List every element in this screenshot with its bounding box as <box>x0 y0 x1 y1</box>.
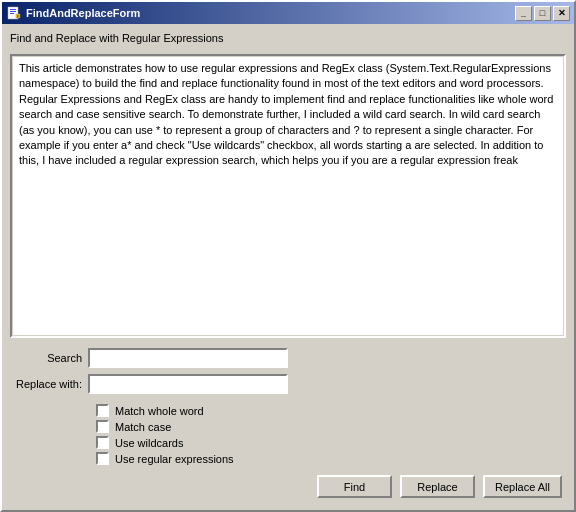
title-bar: F FindAndReplaceForm _ □ ✕ <box>2 2 574 24</box>
content-area: Find and Replace with Regular Expression… <box>2 24 574 510</box>
checkbox-match-case-box[interactable] <box>96 420 109 433</box>
text-display-area <box>10 54 566 338</box>
section-title: Find and Replace with Regular Expression… <box>10 32 566 44</box>
checkbox-match-whole-word-box[interactable] <box>96 404 109 417</box>
close-button[interactable]: ✕ <box>553 6 570 21</box>
replace-button[interactable]: Replace <box>400 475 475 498</box>
replace-input[interactable] <box>88 374 288 394</box>
controls-section: Search Replace with: Match whole word Ma… <box>10 344 566 502</box>
checkbox-match-whole-word[interactable]: Match whole word <box>96 404 566 417</box>
checkbox-use-wildcards[interactable]: Use wildcards <box>96 436 566 449</box>
buttons-row: Find Replace Replace All <box>10 469 566 502</box>
checkbox-use-regex-label: Use regular expressions <box>115 453 234 465</box>
replace-label: Replace with: <box>10 378 82 390</box>
search-row: Search <box>10 348 566 368</box>
form-icon: F <box>6 5 22 21</box>
text-editor[interactable] <box>12 56 564 336</box>
checkbox-use-wildcards-label: Use wildcards <box>115 437 183 449</box>
checkbox-match-case[interactable]: Match case <box>96 420 566 433</box>
search-label: Search <box>10 352 82 364</box>
window-title: FindAndReplaceForm <box>26 7 140 19</box>
replace-all-button[interactable]: Replace All <box>483 475 562 498</box>
maximize-button[interactable]: □ <box>534 6 551 21</box>
replace-row: Replace with: <box>10 374 566 394</box>
title-buttons: _ □ ✕ <box>515 6 570 21</box>
svg-rect-1 <box>10 9 16 10</box>
minimize-button[interactable]: _ <box>515 6 532 21</box>
checkboxes-section: Match whole word Match case Use wildcard… <box>10 404 566 465</box>
title-bar-left: F FindAndReplaceForm <box>6 5 140 21</box>
checkbox-use-regex-box[interactable] <box>96 452 109 465</box>
search-input[interactable] <box>88 348 288 368</box>
svg-rect-3 <box>10 13 14 14</box>
checkbox-match-case-label: Match case <box>115 421 171 433</box>
checkbox-match-whole-word-label: Match whole word <box>115 405 204 417</box>
svg-rect-2 <box>10 11 16 12</box>
main-window: F FindAndReplaceForm _ □ ✕ Find and Repl… <box>0 0 576 512</box>
find-button[interactable]: Find <box>317 475 392 498</box>
checkbox-use-regex[interactable]: Use regular expressions <box>96 452 566 465</box>
checkbox-use-wildcards-box[interactable] <box>96 436 109 449</box>
